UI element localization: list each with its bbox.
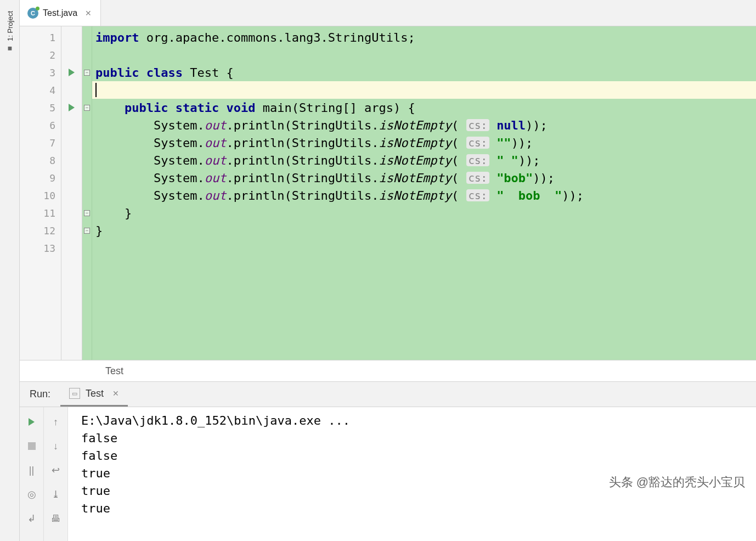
line-number: 12 <box>20 222 61 239</box>
console-line: E:\Java\jdk1.8.0_152\bin\java.exe ... <box>81 412 743 429</box>
java-class-file-icon: C <box>27 8 38 19</box>
line-number: 6 <box>20 116 61 134</box>
folder-icon: ■ <box>5 44 14 53</box>
run-tab-test[interactable]: ▭ Test ✕ <box>60 382 128 407</box>
line-number: 11 <box>20 204 61 222</box>
fold-end-icon[interactable]: − <box>84 210 90 216</box>
editor-tabs: C Test.java ✕ <box>20 0 756 26</box>
console-line: false <box>81 429 743 447</box>
fold-icon[interactable]: − <box>84 105 90 111</box>
run-tab-label: Test <box>86 388 104 399</box>
line-number: 5 <box>20 99 61 116</box>
console-line: true <box>81 499 743 517</box>
run-body: || ◎ ↲ ↑ ↓ ↩ ⤓ 🖶 E:\Java\jdk1.8.0_152\bi… <box>20 407 756 541</box>
run-gutter <box>61 26 82 360</box>
code-content[interactable]: import org.apache.commons.lang3.StringUt… <box>92 26 756 360</box>
console-line: true <box>81 482 743 499</box>
exit-icon[interactable]: ↲ <box>24 510 40 527</box>
console-line: false <box>81 447 743 464</box>
soft-wrap-icon[interactable]: ↩ <box>48 462 64 478</box>
run-tool-window: Run: ▭ Test ✕ || ◎ ↲ ↑ ↓ ↩ ⤓ 🖶 <box>20 382 756 541</box>
line-number: 8 <box>20 151 61 169</box>
fold-icon[interactable]: − <box>84 70 90 76</box>
breadcrumb[interactable]: Test <box>20 360 756 382</box>
project-label-text: 1: Project <box>5 11 14 41</box>
line-number: 9 <box>20 169 61 187</box>
close-icon[interactable]: ✕ <box>85 9 92 18</box>
run-main-icon[interactable] <box>61 99 82 116</box>
scroll-to-end-icon[interactable]: ⤓ <box>48 486 64 503</box>
print-icon[interactable]: 🖶 <box>48 510 64 527</box>
camera-icon[interactable]: ◎ <box>24 486 40 503</box>
close-icon[interactable]: ✕ <box>112 389 119 398</box>
run-label: Run: <box>20 388 60 400</box>
run-toolbar-primary: || ◎ ↲ <box>20 407 44 541</box>
project-sidebar[interactable]: ■ 1: Project <box>0 0 20 541</box>
console-line: true <box>81 464 743 482</box>
console-output[interactable]: E:\Java\jdk1.8.0_152\bin\java.exe ... fa… <box>68 407 756 541</box>
run-class-icon[interactable] <box>61 64 82 81</box>
line-number: 7 <box>20 134 61 151</box>
fold-gutter: − − − − <box>82 26 92 360</box>
up-icon[interactable]: ↑ <box>48 414 64 430</box>
line-number-gutter: 1 2 3 4 5 6 7 8 9 10 11 12 13 <box>20 26 61 360</box>
run-header: Run: ▭ Test ✕ <box>20 382 756 407</box>
text-cursor <box>95 83 97 97</box>
stop-button[interactable] <box>24 438 40 454</box>
fold-end-icon[interactable]: − <box>84 228 90 234</box>
run-config-icon: ▭ <box>69 388 80 399</box>
tab-label: Test.java <box>43 8 77 18</box>
breadcrumb-item[interactable]: Test <box>105 365 123 377</box>
editor[interactable]: 1 2 3 4 5 6 7 8 9 10 11 12 13 − − <box>20 26 756 360</box>
pause-button[interactable]: || <box>24 462 40 478</box>
line-number: 3 <box>20 64 61 81</box>
line-number: 2 <box>20 46 61 64</box>
line-number: 10 <box>20 187 61 204</box>
down-icon[interactable]: ↓ <box>48 438 64 454</box>
run-toolbar-secondary: ↑ ↓ ↩ ⤓ 🖶 <box>44 407 68 541</box>
line-number: 13 <box>20 239 61 257</box>
line-number: 1 <box>20 29 61 46</box>
project-tool-label[interactable]: ■ 1: Project <box>5 11 14 53</box>
tab-test-java[interactable]: C Test.java ✕ <box>20 0 101 26</box>
rerun-button[interactable] <box>24 414 40 430</box>
line-number: 4 <box>20 81 61 99</box>
main-area: C Test.java ✕ 1 2 3 4 5 6 7 8 9 10 11 12… <box>20 0 756 541</box>
